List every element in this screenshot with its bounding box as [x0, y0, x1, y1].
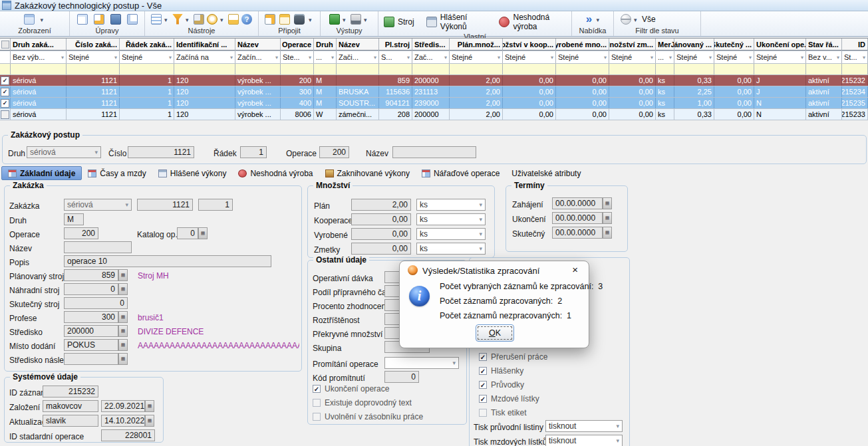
status-filter-value[interactable]: Vše [642, 15, 656, 24]
tab-hlasene-vykony[interactable]: Hlášené výkony [152, 166, 233, 180]
row-checkbox-cell[interactable] [0, 98, 11, 108]
stredisko-nasled-field[interactable] [64, 353, 118, 365]
preruseni-prace-checkbox[interactable] [479, 353, 487, 361]
chart-icon[interactable] [228, 14, 239, 25]
filter-chevron-icon[interactable]: ▾ [331, 55, 334, 60]
grid-column-header[interactable]: Vyrobené mno... [556, 39, 609, 51]
aktualizace-user-field[interactable]: slavik [43, 415, 98, 427]
mzdove-listky-check-row[interactable]: Mzdové lístky [479, 394, 539, 403]
zakazka-cislo-field[interactable]: 1121 [137, 199, 193, 211]
hlaseni-vykonu-button[interactable]: Hlášení Výkonů [424, 11, 490, 33]
grid-filter-cell[interactable]: Ste...▾ [281, 51, 314, 63]
grid-column-header[interactable]: Identifikační ... [174, 39, 235, 51]
hlasenky-check-row[interactable]: Hlášenky [479, 366, 523, 376]
grid-column-header[interactable]: Operace [281, 39, 314, 51]
tisk-etiket-check-row[interactable]: Tisk etiket [479, 408, 527, 417]
grid-filter-cell[interactable]: Stejné▾ [609, 51, 656, 63]
filter-chevron-icon[interactable]: ▾ [651, 55, 653, 60]
tab-zaknihovane-vykony[interactable]: Zaknihované výkony [319, 166, 416, 180]
grid-filter-cell[interactable]: Stejné▾ [120, 51, 174, 63]
nahradni-stroj-field[interactable]: 0 [64, 283, 118, 295]
preruseni-prace-check-row[interactable]: Přerušení práce [479, 352, 547, 362]
ukonceni-field[interactable]: 00.00.0000 [552, 212, 603, 224]
zakazka-radek-field[interactable]: 1 [198, 199, 233, 211]
row-checkbox[interactable] [1, 88, 9, 96]
stredisko-nasled-lookup-button[interactable] [118, 353, 128, 365]
filter-chevron-icon[interactable]: ▾ [669, 55, 672, 60]
grid-column-header[interactable]: Stav řá... [806, 39, 842, 51]
doprovodny-text-checkbox[interactable] [313, 399, 321, 407]
grid-column-header[interactable]: Plán.množ... [450, 39, 503, 51]
kooperace-field[interactable]: 0,00 [351, 213, 411, 225]
operace-field[interactable]: 200 [64, 227, 98, 239]
tab-neshodna-vyroba[interactable]: Neshodná výroba [232, 166, 319, 180]
profese-lookup-button[interactable] [118, 311, 128, 323]
delete-record-icon[interactable] [110, 14, 121, 25]
menu-arrows-icon[interactable] [584, 14, 595, 25]
row-checkbox-cell[interactable] [0, 86, 11, 97]
kooperace-unit-select[interactable]: ks▾ [416, 213, 486, 225]
nahradni-stroj-lookup-button[interactable] [118, 283, 128, 295]
plan-field[interactable]: 2,00 [351, 199, 411, 211]
planovany-stroj-field[interactable]: 859 [64, 269, 118, 281]
zalozeni-calendar-button[interactable] [145, 400, 154, 412]
id-standardni-field[interactable]: 228001 [101, 429, 155, 441]
grid-column-header[interactable]: Pl.stroj [379, 39, 412, 51]
vyrobene-unit-select[interactable]: ks▾ [416, 228, 486, 240]
zahajeni-field[interactable]: 00.00.0000 [552, 197, 603, 209]
filter-chevron-icon[interactable]: ▾ [61, 55, 64, 60]
copy-record-icon[interactable] [127, 14, 138, 25]
filter-chevron-icon[interactable]: ▾ [169, 55, 172, 60]
grid-filter-cell[interactable]: Začín...▾ [235, 51, 281, 63]
skutecny-termin-calendar-button[interactable] [603, 227, 612, 239]
export-icon[interactable] [329, 14, 340, 25]
chevron-down-icon[interactable] [634, 15, 639, 24]
grid-column-header[interactable]: Množství v koop... [503, 39, 556, 51]
grid-filter-cell[interactable]: Bez v...▾ [806, 51, 842, 63]
ukonceni-operace-checkbox[interactable] [313, 385, 321, 393]
filter-chevron-icon[interactable]: ▾ [551, 55, 553, 60]
grid-row[interactable]: sériová11211120výrobek ...8006Wzámečni..… [0, 109, 868, 120]
stredisko-lookup-button[interactable] [118, 325, 128, 337]
chevron-down-icon[interactable] [41, 15, 46, 24]
grid-column-header[interactable]: Plánovaný ... [674, 39, 714, 51]
zakazka-typ-select[interactable]: sériová▾ [64, 199, 132, 211]
tab-zakladni-udaje[interactable]: Základní údaje [1, 166, 82, 180]
help-icon[interactable] [241, 14, 252, 25]
postup-operace-field[interactable]: 200 [319, 146, 349, 158]
filter-chevron-icon[interactable]: ▾ [444, 55, 447, 60]
grid-filter-cell[interactable]: Začíná na▾ [174, 51, 235, 63]
chevron-down-icon[interactable] [364, 15, 369, 24]
chevron-down-icon[interactable] [597, 15, 602, 24]
chevron-down-icon[interactable] [309, 15, 314, 24]
katalog-lookup-button[interactable] [198, 227, 208, 239]
planovany-stroj-lookup-button[interactable] [118, 269, 128, 281]
grid-filter-cell[interactable]: Stejné▾ [674, 51, 714, 63]
filter-chevron-icon[interactable]: ▾ [114, 55, 117, 60]
vyrobene-field[interactable]: 0,00 [351, 228, 411, 240]
grid-filter-cell[interactable]: Stejné▾ [754, 51, 806, 63]
grid-row[interactable]: sériová11211120výrobek ...200M8592000002… [0, 75, 868, 86]
grid-column-header[interactable]: Název [235, 39, 281, 51]
print-icon[interactable] [351, 14, 361, 25]
aktualizace-calendar-button[interactable] [145, 415, 154, 427]
filter-chevron-icon[interactable]: ▾ [863, 55, 865, 60]
tab-casy-a-mzdy[interactable]: Časy a mzdy [82, 166, 152, 180]
note-icon[interactable] [265, 14, 275, 25]
grid-column-header[interactable]: Řádek zaká... [120, 39, 174, 51]
grid-filter-cell[interactable]: Bez výb...▾ [11, 51, 67, 63]
media-icon[interactable] [294, 14, 305, 25]
grid-new-row[interactable] [0, 64, 868, 75]
view-icon[interactable] [24, 14, 35, 25]
row-checkbox[interactable] [1, 76, 9, 85]
dialog-close-icon[interactable]: × [569, 264, 581, 275]
grid-filter-cell[interactable]: Stejné▾ [503, 51, 556, 63]
grid-column-header[interactable]: Číslo zaká... [67, 39, 120, 51]
list-icon[interactable] [279, 14, 290, 25]
clock-icon[interactable] [207, 14, 217, 25]
id-zaznamu-field[interactable]: 215232 [43, 386, 98, 397]
misto-dodani-field[interactable]: POKUS [64, 339, 118, 351]
filter-chevron-icon[interactable]: ▾ [374, 55, 376, 60]
filter-icon[interactable] [172, 14, 183, 25]
table-tools-icon[interactable] [151, 14, 162, 25]
